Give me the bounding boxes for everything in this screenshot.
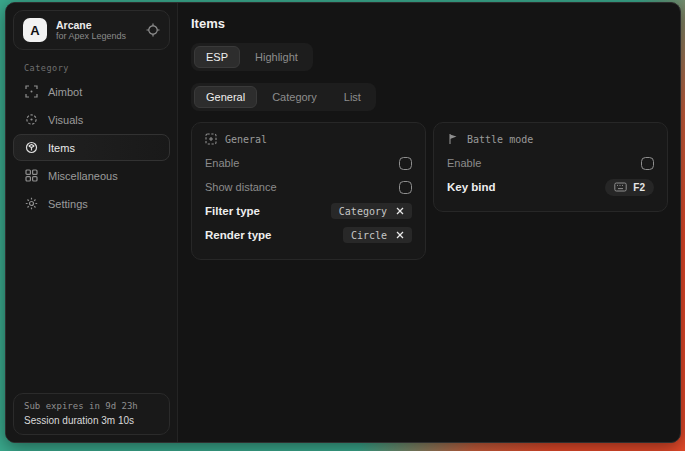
setting-label: Enable [447, 157, 481, 169]
app-tagline: for Apex Legends [56, 31, 137, 41]
aimbot-crosshair-icon [25, 85, 38, 98]
gear-icon [25, 197, 38, 210]
panel-title: General [225, 134, 267, 145]
sidebar-item-label: Aimbot [48, 86, 82, 98]
battle-flag-icon [447, 133, 459, 145]
sidebar-item-miscellaneous[interactable]: Miscellaneous [13, 162, 170, 189]
app-window: A Arcane for Apex Legends Category [5, 2, 681, 443]
setting-row-render-type: Render type Circle [205, 223, 412, 247]
enable-checkbox[interactable] [399, 157, 412, 170]
sidebar-item-settings[interactable]: Settings [13, 190, 170, 217]
mode-tab-group: ESP Highlight [191, 43, 313, 71]
sidebar-item-visuals[interactable]: Visuals [13, 106, 170, 133]
sidebar-item-items[interactable]: Items [13, 134, 170, 161]
battle-enable-checkbox[interactable] [641, 157, 654, 170]
setting-label: Key bind [447, 181, 496, 193]
battle-mode-panel-header: Battle mode [447, 133, 654, 145]
setting-label: Show distance [205, 181, 277, 193]
keyboard-icon [614, 182, 627, 192]
tab-list[interactable]: List [332, 86, 373, 108]
general-panel-header: General [205, 133, 412, 145]
sidebar: A Arcane for Apex Legends Category [6, 3, 178, 442]
tab-highlight[interactable]: Highlight [243, 46, 310, 68]
filter-type-select[interactable]: Category [331, 203, 412, 219]
page-title: Items [191, 16, 668, 31]
sidebar-item-label: Settings [48, 198, 88, 210]
panel-title: Battle mode [467, 134, 533, 145]
target-icon[interactable] [146, 23, 160, 37]
tab-general[interactable]: General [194, 86, 257, 108]
tab-esp[interactable]: ESP [194, 46, 240, 68]
category-section-label: Category [24, 63, 170, 73]
sidebar-item-label: Items [48, 142, 75, 154]
view-tab-group: General Category List [191, 83, 376, 111]
remove-filter-icon[interactable] [396, 207, 404, 215]
remove-render-icon[interactable] [396, 231, 404, 239]
setting-row-show-distance: Show distance [205, 175, 412, 199]
setting-row-filter-type: Filter type Category [205, 199, 412, 223]
brand-card: A Arcane for Apex Legends [13, 10, 170, 50]
battle-mode-panel: Battle mode Enable Key bind [433, 122, 668, 212]
show-distance-checkbox[interactable] [399, 181, 412, 194]
app-name: Arcane [56, 19, 137, 31]
misc-grid-icon [25, 169, 38, 182]
sidebar-item-label: Miscellaneous [48, 170, 118, 182]
frame-icon [205, 133, 217, 145]
sidebar-nav: Aimbot Visuals [13, 78, 170, 217]
app-logo: A [23, 18, 47, 42]
setting-row-enable: Enable [205, 151, 412, 175]
setting-label: Filter type [205, 205, 260, 217]
setting-row-battle-enable: Enable [447, 151, 654, 175]
sidebar-item-label: Visuals [48, 114, 83, 126]
sidebar-item-aimbot[interactable]: Aimbot [13, 78, 170, 105]
sub-expires-text: Sub expires in 9d 23h [24, 401, 159, 411]
setting-label: Enable [205, 157, 239, 169]
general-panel: General Enable Show distance Filter type… [191, 122, 426, 260]
setting-label: Render type [205, 229, 271, 241]
main-content: Items ESP Highlight General Category Lis… [178, 3, 681, 442]
brand-text: Arcane for Apex Legends [56, 19, 137, 41]
items-package-icon [25, 141, 38, 154]
subscription-card: Sub expires in 9d 23h Session duration 3… [13, 393, 170, 435]
session-duration-text: Session duration 3m 10s [24, 415, 159, 426]
key-bind-button[interactable]: F2 [605, 179, 654, 196]
filter-type-value: Category [339, 206, 387, 217]
visuals-radar-icon [25, 113, 38, 126]
tab-category[interactable]: Category [260, 86, 329, 108]
key-bind-value: F2 [633, 182, 645, 193]
setting-row-key-bind: Key bind F2 [447, 175, 654, 199]
render-type-select[interactable]: Circle [343, 227, 412, 243]
render-type-value: Circle [351, 230, 387, 241]
